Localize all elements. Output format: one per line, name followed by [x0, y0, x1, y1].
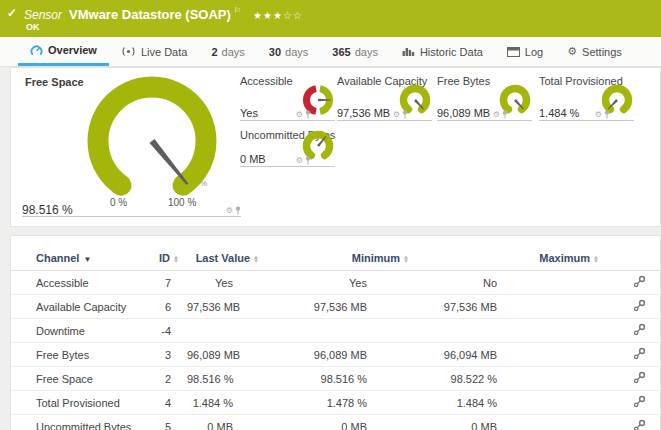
- tab-overview[interactable]: Overview: [18, 37, 109, 66]
- gauge-settings-gear-icon[interactable]: ⚙: [393, 111, 400, 119]
- gauge-settings-gear-icon[interactable]: ⚙: [226, 207, 233, 215]
- channel-settings-icon[interactable]: [633, 371, 646, 384]
- tab-2-days[interactable]: 2days: [199, 37, 256, 66]
- cell-last-value: 98.516 %: [183, 367, 263, 391]
- tab-365-days[interactable]: 365days: [320, 37, 390, 66]
- sensor-header-bar: ✓ SensorVMware Datastore (SOAP)⚐★★★☆☆ OK: [0, 0, 661, 37]
- cell-last-value: Yes: [183, 271, 263, 295]
- channel-settings-icon[interactable]: [633, 347, 646, 360]
- cell-last-value: 0 MB: [183, 415, 263, 430]
- table-row[interactable]: Accessible7YesYesNo: [11, 271, 660, 295]
- cell-id: 5: [151, 415, 183, 430]
- cell-maximum: No: [413, 271, 603, 295]
- cell-minimum: 0 MB: [263, 415, 413, 430]
- bar-chart-icon: [402, 46, 415, 57]
- column-header-channel[interactable]: Channel▼: [11, 246, 151, 271]
- channel-table-panel: Channel▼ ID▲▼ Last Value▲▼ Minimum▲▼ Max…: [10, 235, 661, 430]
- pin-icon[interactable]: [305, 110, 311, 119]
- pin-icon[interactable]: [604, 110, 610, 119]
- cell-minimum: Yes: [263, 271, 413, 295]
- table-row[interactable]: Uncommitted Bytes50 MB0 MB0 MB: [11, 415, 660, 430]
- gauge-value: 97,536 MB: [337, 107, 390, 119]
- pin-icon[interactable]: [402, 110, 408, 119]
- pin-icon[interactable]: [235, 206, 241, 215]
- channel-settings-icon[interactable]: [633, 395, 646, 408]
- gauge-settings-gear-icon[interactable]: ⚙: [493, 111, 500, 119]
- channel-settings-icon[interactable]: [633, 275, 646, 288]
- table-row[interactable]: Free Bytes396,089 MB96,089 MB96,094 MB: [11, 343, 660, 367]
- column-header-maximum[interactable]: Maximum▲▼: [413, 246, 603, 271]
- settings-gear-icon: ⚙: [567, 46, 577, 57]
- gauge-free-bytes: Free Bytes 96,089 MB ⚙: [437, 75, 532, 121]
- table-row[interactable]: Downtime-4: [11, 319, 660, 343]
- cell-id: 4: [151, 391, 183, 415]
- column-header-id[interactable]: ID▲▼: [151, 246, 183, 271]
- pin-icon[interactable]: [502, 110, 508, 119]
- cell-maximum: [413, 319, 603, 343]
- sort-icon: ▲▼: [253, 255, 259, 263]
- cell-channel: Uncommitted Bytes: [11, 415, 151, 430]
- cell-maximum: 96,094 MB: [413, 343, 603, 367]
- cell-maximum: 1.484 %: [413, 391, 603, 415]
- gauge-settings-gear-icon[interactable]: ⚙: [296, 111, 303, 119]
- table-row[interactable]: Total Provisioned41.484 %1.478 %1.484 %: [11, 391, 660, 415]
- gauge-scale-min: 0 %: [110, 197, 127, 208]
- cell-minimum: 96,089 MB: [263, 343, 413, 367]
- cell-id: 2: [151, 367, 183, 391]
- sort-desc-icon: ▼: [83, 255, 91, 264]
- pin-icon[interactable]: [305, 156, 311, 165]
- cell-channel: Free Space: [11, 367, 151, 391]
- tab-live-data[interactable]: Live Data: [109, 37, 199, 66]
- flag-icon[interactable]: ⚐: [234, 6, 241, 15]
- gauge-value: 98.516 %: [22, 203, 73, 217]
- gauge-uncommitted-bytes: Uncommitted Bytes 0 MB ⚙: [240, 129, 335, 167]
- cell-minimum: [263, 319, 413, 343]
- cell-channel: Accessible: [11, 271, 151, 295]
- gauge-value: 1.484 %: [539, 107, 579, 119]
- object-type-label: Sensor: [24, 8, 62, 22]
- gauges-panel: Free Space 0 % 100 % % 98.516 % ⚙ Access…: [10, 67, 661, 227]
- cell-id: 6: [151, 295, 183, 319]
- gauge-scale-max: 100 %: [168, 197, 196, 208]
- free-space-gauge-dial: [22, 75, 241, 205]
- column-header-minimum[interactable]: Minimum▲▼: [263, 246, 413, 271]
- tab-historic-data[interactable]: Historic Data: [390, 37, 495, 66]
- primary-gauge-free-space: Free Space 0 % 100 % % 98.516 % ⚙: [22, 75, 241, 217]
- cell-maximum: 98.522 %: [413, 367, 603, 391]
- tab-settings[interactable]: ⚙ Settings: [555, 37, 634, 66]
- cell-minimum: 97,536 MB: [263, 295, 413, 319]
- table-row[interactable]: Available Capacity697,536 MB97,536 MB97,…: [11, 295, 660, 319]
- log-table-icon: [507, 47, 520, 57]
- column-header-last-value[interactable]: Last Value▲▼: [183, 246, 263, 271]
- table-row[interactable]: Free Space298.516 %98.516 %98.522 %: [11, 367, 660, 391]
- cell-channel: Free Bytes: [11, 343, 151, 367]
- cell-minimum: 98.516 %: [263, 367, 413, 391]
- cell-id: -4: [151, 319, 183, 343]
- gauge-value: 0 MB: [240, 153, 266, 165]
- sort-icon: ▲▼: [593, 255, 599, 263]
- sensor-status-text: OK: [26, 22, 40, 32]
- tab-30-days[interactable]: 30days: [257, 37, 321, 66]
- cell-minimum: 1.478 %: [263, 391, 413, 415]
- cell-last-value: 1.484 %: [183, 391, 263, 415]
- cell-channel: Available Capacity: [11, 295, 151, 319]
- gauge-settings-gear-icon[interactable]: ⚙: [296, 157, 303, 165]
- cell-last-value: 97,536 MB: [183, 295, 263, 319]
- tab-log[interactable]: Log: [495, 37, 555, 66]
- priority-stars[interactable]: ★★★☆☆: [253, 10, 303, 21]
- gauge-unit: %: [200, 179, 207, 188]
- channel-settings-icon[interactable]: [633, 323, 646, 336]
- channel-settings-icon[interactable]: [633, 419, 646, 430]
- channel-table-body: Accessible7YesYesNoAvailable Capacity697…: [11, 271, 660, 430]
- gauge-available-capacity: Available Capacity 97,536 MB ⚙: [337, 75, 432, 121]
- channel-settings-icon[interactable]: [633, 299, 646, 312]
- cell-channel: Downtime: [11, 319, 151, 343]
- cell-maximum: 0 MB: [413, 415, 603, 430]
- cell-id: 7: [151, 271, 183, 295]
- sensor-title: VMware Datastore (SOAP): [69, 7, 231, 22]
- gauge-settings-gear-icon[interactable]: ⚙: [595, 111, 602, 119]
- cell-id: 3: [151, 343, 183, 367]
- gauge-icon: [30, 44, 43, 56]
- sort-icon: ▲▼: [173, 255, 179, 263]
- cell-last-value: 96,089 MB: [183, 343, 263, 367]
